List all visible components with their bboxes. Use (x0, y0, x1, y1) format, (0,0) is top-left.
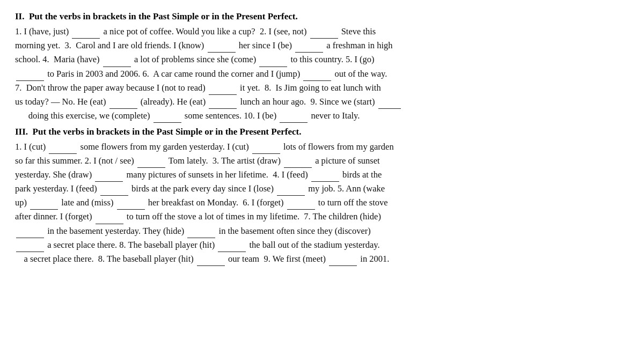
s3-q8-blank1 (218, 242, 246, 252)
s3-q4-blank1 (311, 172, 339, 182)
s2-q1-num: 1. I (have, just) (15, 26, 69, 36)
s3-q9-blank1 (329, 256, 357, 266)
s3-q4-blank2 (100, 186, 128, 196)
section-iii: III. Put the verbs in brackets in the Pa… (15, 125, 629, 266)
s2-q8-blank1 (109, 99, 137, 109)
s2-q9-blank1 (378, 99, 401, 109)
s3-q2-blank1 (137, 158, 165, 168)
s3-q7-blank3 (16, 242, 44, 252)
s3-q4-blank3 (277, 186, 305, 196)
s2-q3-blank1 (208, 43, 236, 53)
s3-q5-blank2 (117, 200, 145, 210)
section-iii-header: III. Put the verbs in brackets in the Pa… (15, 125, 629, 139)
s2-q4-blank1 (103, 57, 131, 67)
s2-q8-blank2 (209, 99, 237, 109)
s3-q7-blank1 (16, 228, 44, 238)
s3-q8-blank2 (197, 256, 225, 266)
s3-q1-blank2 (252, 144, 280, 154)
s2-q1-blank1 (72, 29, 100, 39)
s2-q2-blank1 (310, 29, 338, 39)
s3-q1-blank1 (49, 144, 77, 154)
s2-q6-blank1 (303, 71, 331, 80)
s2-q5-blank1 (16, 71, 44, 80)
s3-q6-blank2 (96, 214, 123, 224)
s3-q3-blank2 (95, 172, 123, 182)
page: II. Put the verbs in brackets in the Pas… (0, 0, 644, 362)
s3-q5-blank1 (30, 200, 58, 210)
s2-q3-blank2 (295, 43, 323, 53)
section-ii-text: 1. I (have, just) a nice pot of coffee. … (15, 25, 629, 122)
s3-q3-blank1 (284, 158, 312, 168)
section-ii-header: II. Put the verbs in brackets in the Pas… (15, 10, 629, 24)
section-ii: II. Put the verbs in brackets in the Pas… (15, 10, 629, 123)
s2-q9-blank2 (153, 113, 181, 123)
s3-q7-blank2 (187, 228, 215, 238)
s2-q4-blank2 (259, 57, 287, 67)
s2-q7-blank1 (209, 85, 237, 95)
s3-q6-blank1 (287, 200, 315, 210)
section-iii-text: 1. I (cut) some flowers from my garden y… (15, 140, 629, 266)
s2-q10-blank1 (280, 113, 308, 123)
